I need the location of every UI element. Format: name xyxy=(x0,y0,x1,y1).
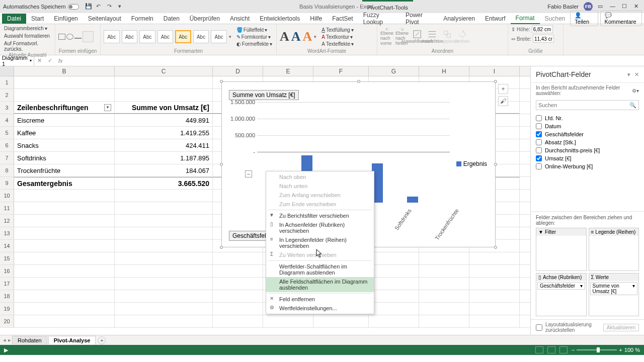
bring-forward-button[interactable]: Ebene nach vorne xyxy=(380,28,393,46)
col-header-c[interactable]: C xyxy=(115,66,213,76)
panel-close-icon[interactable]: ✕ xyxy=(634,71,639,78)
values-area-item[interactable]: Summe von Umsatz [€]▾ xyxy=(590,282,638,295)
cell[interactable] xyxy=(369,265,419,277)
user-name[interactable]: Fabio Basler xyxy=(547,4,579,10)
field-checkbox[interactable] xyxy=(536,155,542,161)
cell[interactable] xyxy=(14,89,115,101)
field-search[interactable]: 🔍 xyxy=(536,100,639,110)
cell[interactable] xyxy=(369,252,419,264)
cell[interactable] xyxy=(369,315,419,327)
area-axis[interactable]: ▯ Achse (Rubriken)Geschäftsfelder▾ xyxy=(536,273,587,316)
pivot-row-value[interactable]: 1.187.895 xyxy=(115,152,213,164)
tab-entwurf[interactable]: Entwurf xyxy=(480,14,511,24)
cell[interactable] xyxy=(115,303,213,315)
shape-style-2[interactable]: Abc xyxy=(122,30,138,43)
shape-effects-button[interactable]: ◐ Formeffekte ▾ xyxy=(235,41,273,47)
cell[interactable] xyxy=(14,190,115,202)
zoom-in-icon[interactable]: + xyxy=(619,347,622,353)
row-header[interactable]: 3 xyxy=(0,102,14,114)
pivot-field-item[interactable]: Geschäftsfelder xyxy=(536,130,639,138)
cell[interactable] xyxy=(115,278,213,290)
chart-styles-button[interactable]: 🖌 xyxy=(498,96,508,106)
cell[interactable] xyxy=(213,290,263,302)
cell[interactable] xyxy=(115,76,213,88)
row-header[interactable]: 10 xyxy=(0,190,14,202)
context-menu-item[interactable]: Wertfelder-Schaltflächen im Diagramm aus… xyxy=(266,262,374,277)
cell[interactable] xyxy=(469,265,520,277)
sheet-nav-last-icon[interactable]: ▸ xyxy=(8,337,11,343)
row-header[interactable]: 15 xyxy=(0,252,14,264)
cell[interactable] xyxy=(14,202,115,214)
fx-icon[interactable]: fx xyxy=(55,58,66,64)
qat-dropdown-icon[interactable]: ▾ xyxy=(118,3,125,10)
resize-handle-icon[interactable] xyxy=(220,163,223,166)
cell[interactable] xyxy=(14,227,115,239)
row-header[interactable]: 12 xyxy=(0,215,14,227)
zoom-out-icon[interactable]: − xyxy=(572,347,575,353)
pivot-row-label[interactable]: Softdrinks xyxy=(14,152,115,164)
row-header[interactable]: 9 xyxy=(0,177,14,189)
cell[interactable] xyxy=(14,303,115,315)
tab-start[interactable]: Start xyxy=(26,14,49,24)
cell[interactable] xyxy=(419,252,469,264)
context-menu-item[interactable]: ⚙Wertfeldeinstellungen... xyxy=(266,304,374,313)
cell[interactable] xyxy=(469,303,520,315)
close-icon[interactable]: ✕ xyxy=(634,3,641,10)
col-header-b[interactable]: B xyxy=(14,66,115,76)
resize-handle-icon[interactable] xyxy=(220,246,223,249)
cell[interactable] xyxy=(115,315,213,327)
row-header[interactable]: 1 xyxy=(0,76,14,88)
cell[interactable] xyxy=(14,76,115,88)
shape-style-5[interactable]: Abc xyxy=(175,30,191,43)
chart-legend[interactable]: Ergebnis xyxy=(456,160,487,167)
normal-view-icon[interactable] xyxy=(535,346,543,353)
col-header-g[interactable]: G xyxy=(369,66,419,76)
field-checkbox[interactable] xyxy=(536,123,542,129)
area-values[interactable]: Σ WerteSumme von Umsatz [€]▾ xyxy=(589,273,639,316)
pivot-row-label[interactable]: Kaffee xyxy=(14,127,115,139)
chart-element-dropdown[interactable]: Diagrammbereich ▾ xyxy=(3,25,48,32)
area-legend[interactable]: ≡ Legende (Reihen) xyxy=(589,228,639,271)
row-header[interactable]: 17 xyxy=(0,278,14,290)
cell[interactable] xyxy=(313,315,369,327)
tab-ueberpruefen[interactable]: Überprüfen xyxy=(185,14,225,24)
minimize-icon[interactable]: — xyxy=(610,3,617,10)
cell[interactable] xyxy=(14,315,115,327)
row-header[interactable]: 7 xyxy=(0,152,14,164)
cell[interactable] xyxy=(115,240,213,252)
cell[interactable] xyxy=(115,265,213,277)
shape-style-7[interactable]: Abc xyxy=(211,30,227,43)
pivot-row-label[interactable]: Snacks xyxy=(14,139,115,151)
defer-layout-checkbox[interactable] xyxy=(536,324,542,331)
reset-style-button[interactable]: Auf Formatvorl. zurücks. xyxy=(3,40,52,52)
shape-style-4[interactable]: Abc xyxy=(157,30,174,43)
context-menu-item[interactable]: ▯In Achsenfelder (Rubriken) verschieben xyxy=(266,220,374,235)
cell[interactable] xyxy=(115,202,213,214)
pivot-values-header[interactable]: Summe von Umsatz [€] xyxy=(115,102,213,114)
cell[interactable] xyxy=(115,89,213,101)
field-checkbox[interactable] xyxy=(536,139,542,145)
cancel-formula-icon[interactable]: ✕ xyxy=(34,57,45,64)
resize-handle-icon[interactable] xyxy=(494,80,497,83)
tab-ansicht[interactable]: Ansicht xyxy=(225,14,255,24)
tab-formeln[interactable]: Formeln xyxy=(126,14,158,24)
chart-bar[interactable] xyxy=(407,197,418,203)
undo-icon[interactable]: ↶ xyxy=(96,3,103,10)
resize-handle-icon[interactable] xyxy=(494,163,497,166)
shape-style-3[interactable]: Abc xyxy=(139,30,155,43)
filter-dropdown-icon[interactable]: ▼ xyxy=(104,104,111,111)
field-checkbox[interactable] xyxy=(536,115,542,121)
row-header[interactable]: 5 xyxy=(0,127,14,139)
tab-daten[interactable]: Daten xyxy=(158,14,185,24)
add-sheet-button[interactable]: + xyxy=(98,336,106,344)
user-avatar[interactable]: FB xyxy=(584,2,593,11)
row-header[interactable]: 4 xyxy=(0,114,14,126)
cell[interactable] xyxy=(469,315,520,327)
worksheet-grid[interactable]: B C D E F G H I 123Zeilenbeschriftungen▼… xyxy=(0,66,530,335)
context-menu-item[interactable]: Alle Feldschaltflächen im Diagramm ausbl… xyxy=(266,277,374,292)
cell[interactable] xyxy=(213,315,263,327)
text-effects-button[interactable]: A Texteffekte ▾ xyxy=(320,41,355,47)
pivot-field-item[interactable]: Umsatz [€] xyxy=(536,154,639,162)
sheet-nav-first-icon[interactable]: ◂ xyxy=(3,337,6,343)
group-button[interactable]: Gruppieren xyxy=(441,28,454,46)
